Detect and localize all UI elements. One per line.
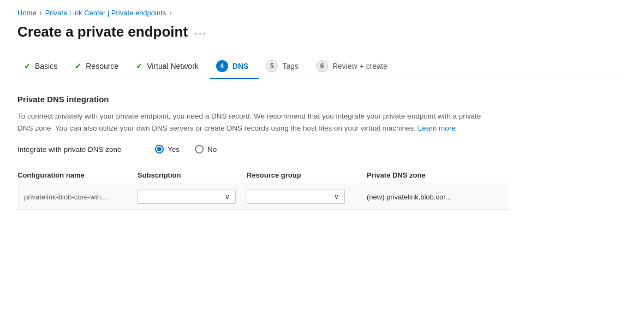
- wizard-steps: ✓ Basics ✓ Resource ✓ Virtual Network 4 …: [17, 56, 627, 79]
- cell-private-dns-zone: (new) privatelink.blob.cor...: [367, 184, 509, 210]
- col-header-resource-group: Resource group: [247, 167, 367, 184]
- section-title: Private DNS integration: [17, 95, 509, 104]
- col-header-config: Configuration name: [17, 167, 138, 184]
- breadcrumb-sep-1: ›: [40, 9, 42, 17]
- resource-group-dropdown-arrow: ∨: [334, 193, 339, 201]
- table-row: privatelink-blob-core-win... ∨ ∨ (ne: [17, 184, 509, 210]
- step-label-vnet: Virtual Network: [147, 62, 199, 70]
- breadcrumb: Home › Private Link Center | Private end…: [17, 9, 627, 17]
- step-dns[interactable]: 4 DNS: [210, 56, 260, 79]
- resource-group-dropdown[interactable]: ∨: [247, 190, 345, 204]
- dns-table: Configuration name Subscription Resource…: [17, 167, 509, 210]
- step-resource[interactable]: ✓ Resource: [68, 57, 129, 77]
- subscription-dropdown[interactable]: ∨: [138, 190, 236, 204]
- radio-yes-dot: [157, 147, 162, 151]
- step-label-dns: DNS: [232, 62, 249, 70]
- content-area: Private DNS integration To connect priva…: [17, 95, 509, 210]
- description-body: To connect privately with your private e…: [17, 112, 481, 132]
- col-header-subscription: Subscription: [138, 167, 247, 184]
- step-check-resource: ✓: [75, 62, 81, 70]
- step-badge-dns: 4: [216, 60, 228, 72]
- page-title-row: Create a private endpoint ···: [17, 23, 627, 40]
- radio-no[interactable]: No: [195, 145, 217, 154]
- cell-config-name: privatelink-blob-core-win...: [17, 184, 138, 210]
- learn-more-link[interactable]: Learn more: [418, 124, 456, 132]
- step-check-vnet: ✓: [136, 62, 142, 70]
- description-text: To connect privately with your private e…: [17, 110, 487, 134]
- breadcrumb-home[interactable]: Home: [17, 9, 37, 17]
- step-review-create[interactable]: 6 Review + create: [309, 56, 398, 79]
- step-tags[interactable]: 5 Tags: [259, 56, 309, 79]
- page-menu-button[interactable]: ···: [194, 27, 207, 39]
- integrate-dns-row: Integrate with private DNS zone Yes No: [17, 145, 509, 154]
- radio-yes-label: Yes: [168, 145, 180, 154]
- breadcrumb-sep-2: ›: [169, 9, 171, 17]
- col-header-private-dns: Private DNS zone: [367, 167, 509, 184]
- cell-resource-group: ∨: [247, 184, 367, 210]
- step-check-basics: ✓: [24, 62, 31, 70]
- step-badge-review: 6: [316, 60, 328, 72]
- cell-subscription: ∨: [138, 184, 247, 210]
- integrate-dns-label: Integrate with private DNS zone: [17, 145, 127, 154]
- radio-yes-circle[interactable]: [155, 145, 164, 154]
- page-title: Create a private endpoint: [17, 23, 188, 40]
- subscription-dropdown-arrow: ∨: [225, 193, 230, 201]
- step-label-resource: Resource: [86, 62, 118, 70]
- step-virtual-network[interactable]: ✓ Virtual Network: [129, 57, 210, 77]
- radio-yes[interactable]: Yes: [155, 145, 180, 154]
- step-label-tags: Tags: [282, 62, 299, 70]
- breadcrumb-private-link[interactable]: Private Link Center | Private endpoints: [45, 9, 166, 17]
- step-label-review: Review + create: [332, 62, 387, 70]
- radio-no-label: No: [207, 145, 217, 154]
- radio-no-circle[interactable]: [195, 145, 204, 154]
- step-label-basics: Basics: [35, 62, 57, 70]
- step-badge-tags: 5: [266, 60, 278, 72]
- step-basics[interactable]: ✓ Basics: [17, 57, 68, 77]
